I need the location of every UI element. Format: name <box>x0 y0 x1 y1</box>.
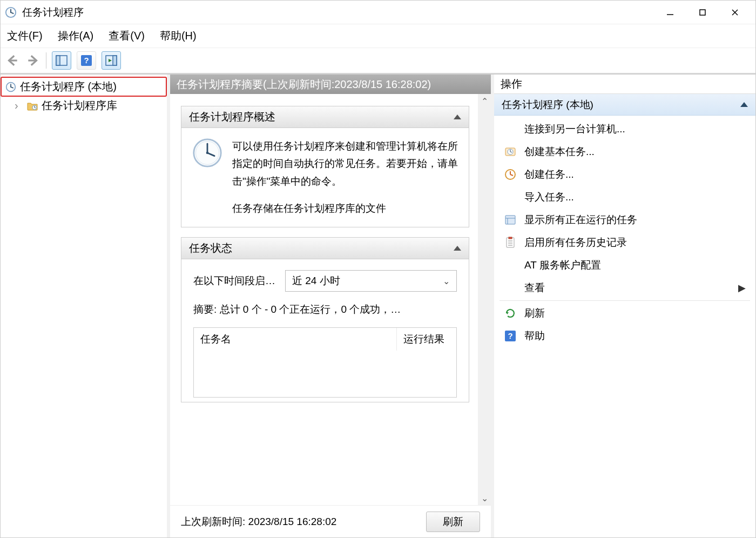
action-label: 导入任务... <box>524 190 574 204</box>
tree-pane: 任务计划程序 (本地) › 任务计划程序库 <box>1 75 170 537</box>
overview-section: 任务计划程序概述 可以使用任务计划程序来创建和管理计算机将在所指定的时间自动执行… <box>181 106 469 227</box>
action-label: 帮助 <box>524 329 545 343</box>
actions-group-header[interactable]: 任务计划程序 (本地) <box>494 94 755 116</box>
history-icon <box>504 236 517 249</box>
nav-forward-button[interactable] <box>25 53 40 68</box>
clock-large-icon <box>192 138 222 217</box>
create-basic-task-icon <box>504 145 517 158</box>
tasks-table: 任务名 运行结果 <box>193 327 457 398</box>
collapse-icon <box>454 246 461 251</box>
titlebar: 任务计划程序 <box>1 1 755 24</box>
refresh-button-label: 刷新 <box>443 515 463 529</box>
status-header[interactable]: 任务状态 <box>181 238 469 259</box>
blank-icon <box>504 281 517 294</box>
help-icon: ? <box>504 329 517 342</box>
action-create-basic-task[interactable]: 创建基本任务... <box>494 140 755 163</box>
status-summary: 摘要: 总计 0 个 - 0 个正在运行，0 个成功，… <box>193 302 457 317</box>
app-clock-icon <box>5 6 17 18</box>
menu-action[interactable]: 操作(A) <box>58 29 94 43</box>
svg-rect-34 <box>505 216 515 224</box>
col-task-name[interactable]: 任务名 <box>194 328 397 351</box>
scroll-up-icon[interactable]: ⌃ <box>478 94 491 108</box>
refresh-button[interactable]: 刷新 <box>426 512 480 532</box>
collapse-icon <box>454 115 461 119</box>
center-footer: 上次刷新时间: 2023/8/15 16:28:02 刷新 <box>170 505 491 537</box>
action-import-task[interactable]: 导入任务... <box>494 186 755 209</box>
create-task-icon <box>504 168 517 181</box>
status-range-value: 近 24 小时 <box>292 274 340 288</box>
action-show-running[interactable]: 显示所有正在运行的任务 <box>494 209 755 231</box>
action-label: 显示所有正在运行的任务 <box>524 213 637 227</box>
running-tasks-icon <box>504 213 517 226</box>
collapse-icon <box>740 102 748 107</box>
svg-text:?: ? <box>508 331 512 340</box>
help-toolbar-button[interactable]: ? <box>77 51 96 70</box>
chevron-down-icon: ⌄ <box>443 276 450 286</box>
col-task-result[interactable]: 运行结果 <box>397 328 456 351</box>
tree-item-library[interactable]: › 任务计划程序库 <box>1 97 167 115</box>
center-header-suffix: ) <box>428 78 431 91</box>
tree-root[interactable]: 任务计划程序 (本地) <box>1 77 167 97</box>
tree-library-label: 任务计划程序库 <box>42 98 117 113</box>
action-label: 刷新 <box>524 306 545 320</box>
action-refresh[interactable]: 刷新 <box>494 302 755 325</box>
tree-root-label: 任务计划程序 (本地) <box>20 79 117 94</box>
actions-group-label: 任务计划程序 (本地) <box>502 98 593 112</box>
svg-rect-14 <box>113 56 117 65</box>
nav-back-button[interactable] <box>5 53 20 68</box>
clock-icon <box>5 81 17 93</box>
menu-file[interactable]: 文件(F) <box>7 29 43 43</box>
vertical-scrollbar[interactable]: ⌃ ⌄ <box>478 94 491 505</box>
overview-text: 可以使用任务计划程序来创建和管理计算机将在所指定的时间自动执行的常见任务。若要开… <box>232 138 458 190</box>
svg-rect-37 <box>507 238 514 247</box>
menu-help[interactable]: 帮助(H) <box>160 29 197 43</box>
action-create-task[interactable]: 创建任务... <box>494 163 755 186</box>
center-header-time: 2023/8/15 16:28:02 <box>334 78 427 91</box>
status-range-label: 在以下时间段启… <box>193 274 275 288</box>
svg-point-26 <box>206 152 209 154</box>
divider <box>500 300 750 301</box>
action-label: 创建任务... <box>524 167 574 181</box>
action-label: 启用所有任务历史记录 <box>524 236 627 250</box>
blank-icon <box>504 259 517 272</box>
svg-rect-10 <box>56 56 60 65</box>
status-range-dropdown[interactable]: 近 24 小时 ⌄ <box>285 270 457 292</box>
menu-view[interactable]: 查看(V) <box>109 29 145 43</box>
overview-header[interactable]: 任务计划程序概述 <box>181 106 469 128</box>
action-enable-history[interactable]: 启用所有任务历史记录 <box>494 231 755 254</box>
menubar: 文件(F) 操作(A) 查看(V) 帮助(H) <box>1 24 755 48</box>
svg-marker-42 <box>506 312 509 314</box>
toolbar-separator <box>46 52 46 69</box>
action-label: 查看 <box>524 281 545 295</box>
action-view[interactable]: 查看 ▶ <box>494 277 755 299</box>
toggle-tree-button[interactable] <box>52 51 71 70</box>
window-title: 任务计划程序 <box>22 5 84 19</box>
footer-label: 上次刷新时间: <box>181 516 248 527</box>
toggle-actions-button[interactable] <box>102 51 121 70</box>
action-label: AT 服务帐户配置 <box>524 258 601 272</box>
chevron-right-icon: ▶ <box>738 282 746 294</box>
actions-pane: 操作 任务计划程序 (本地) 连接到另一台计算机... 创建基本任务... <box>494 75 755 537</box>
close-button[interactable] <box>719 2 751 23</box>
overview-title: 任务计划程序概述 <box>189 110 275 124</box>
overview-extra: 任务存储在任务计划程序库的文件 <box>232 200 458 217</box>
svg-text:?: ? <box>84 56 89 65</box>
actions-title: 操作 <box>494 75 755 94</box>
toolbar: ? <box>1 48 755 74</box>
action-help[interactable]: ? 帮助 <box>494 325 755 347</box>
scroll-down-icon[interactable]: ⌄ <box>478 491 491 505</box>
blank-icon <box>504 123 517 136</box>
action-at-account[interactable]: AT 服务帐户配置 <box>494 254 755 277</box>
maximize-button[interactable] <box>686 2 719 23</box>
svg-rect-38 <box>509 237 512 239</box>
svg-marker-15 <box>109 59 112 62</box>
status-title: 任务状态 <box>189 241 232 255</box>
action-connect-computer[interactable]: 连接到另一台计算机... <box>494 118 755 140</box>
status-section: 任务状态 在以下时间段启… 近 24 小时 ⌄ 摘要: 总 <box>181 237 469 402</box>
folder-icon <box>26 100 38 112</box>
refresh-icon <box>504 307 517 320</box>
expander-icon[interactable]: › <box>15 99 23 112</box>
footer-time: 2023/8/15 16:28:02 <box>248 516 337 527</box>
minimize-button[interactable] <box>654 2 686 23</box>
blank-icon <box>504 191 517 204</box>
